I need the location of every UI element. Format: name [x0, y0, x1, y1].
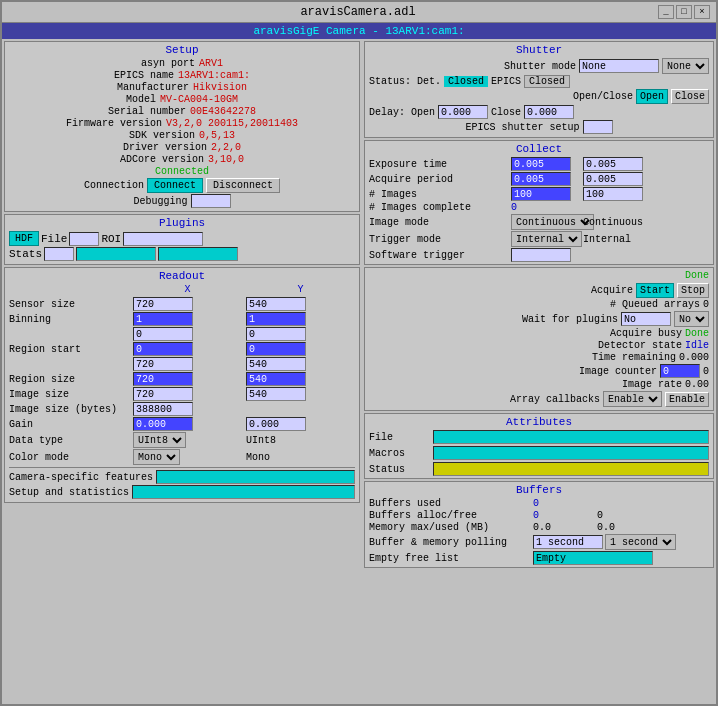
image-rate-val: 0.00	[685, 379, 709, 390]
acquire-period-input2[interactable]	[583, 172, 643, 186]
other1-input[interactable]: Other #1	[76, 247, 156, 261]
firmware-row: Firmware version V3,2,0 200115,20011403	[9, 118, 355, 129]
image-counter-row: Image counter 0	[369, 364, 709, 378]
image-size-x-input[interactable]	[133, 387, 193, 401]
window-title: aravisCamera.adl	[58, 5, 658, 19]
adcore-row: ADCore version 3,10,0	[9, 154, 355, 165]
region-start-y-input[interactable]	[246, 342, 306, 356]
other2-input[interactable]: Other #2	[158, 247, 238, 261]
hdf-button[interactable]: HDF	[9, 231, 39, 246]
attr-status-input[interactable]	[433, 462, 709, 476]
epics-shutter-row: EPICS shutter setup	[369, 120, 709, 134]
shutter-status-det-label: Status: Det.	[369, 76, 441, 87]
shutter-mode-input[interactable]	[579, 59, 659, 73]
gain-x-input[interactable]	[133, 417, 193, 431]
binning-x-input[interactable]	[133, 312, 193, 326]
serial-row: Serial number 00E43642278	[9, 106, 355, 117]
wait-plugins-row: Wait for plugins No	[369, 311, 709, 327]
array-callbacks-select[interactable]: Enable	[603, 391, 662, 407]
image-bytes-input[interactable]	[133, 402, 193, 416]
binning-label: Binning	[9, 314, 129, 325]
polling-input[interactable]	[533, 535, 603, 549]
data-type-value: UInt8	[246, 435, 355, 446]
plugins-row2: Stats Other #1 Other #2	[9, 247, 355, 261]
binning-y-input[interactable]	[246, 312, 306, 326]
setup-stats-input[interactable]	[132, 485, 355, 499]
wait-plugins-select[interactable]: No	[674, 311, 709, 327]
collect-section: Collect Exposure time Acquire period # I…	[364, 140, 714, 265]
stop-button[interactable]: Stop	[677, 283, 709, 298]
region-size-y-input[interactable]	[246, 372, 306, 386]
stats-input[interactable]	[44, 247, 74, 261]
buffers-alloc-val1: 0	[533, 510, 593, 521]
attr-file-label: File	[369, 432, 429, 443]
attr-grid: File Macros Status	[369, 430, 709, 476]
data-type-select[interactable]: UInt8	[133, 432, 186, 448]
trigger-mode-select[interactable]: Internal	[511, 231, 582, 247]
attr-macros-input[interactable]	[433, 446, 709, 460]
polling-select[interactable]: 1 second	[605, 534, 676, 550]
roi-input[interactable]	[123, 232, 203, 246]
disconnect-button[interactable]: Disconnect	[206, 178, 280, 193]
setup-title: Setup	[9, 44, 355, 56]
sdk-value: 0,5,13	[199, 130, 235, 141]
region-size-x-input[interactable]	[133, 372, 193, 386]
sensor-x-input[interactable]	[133, 297, 193, 311]
serial-value: 00E43642278	[190, 106, 256, 117]
close-button[interactable]: Close	[671, 89, 709, 104]
left-panel: Setup asyn port ARV1 EPICS name 13ARV1:c…	[2, 39, 362, 704]
delay-open-input[interactable]	[438, 105, 488, 119]
image-counter-input[interactable]	[660, 364, 700, 378]
model-value: MV-CA004-10GM	[160, 94, 238, 105]
software-trigger-input[interactable]	[511, 248, 571, 262]
acquire-period-input1[interactable]	[511, 172, 571, 186]
debugging-input[interactable]	[191, 194, 231, 208]
firmware-label: Firmware version	[66, 118, 162, 129]
wait-plugins-input[interactable]	[621, 312, 671, 326]
region-start-x2-input[interactable]	[133, 357, 193, 371]
exposure-input1[interactable]	[511, 157, 571, 171]
minimize-button[interactable]: _	[658, 5, 674, 19]
empty-list-input[interactable]	[533, 551, 653, 565]
binning-x2-input[interactable]	[133, 327, 193, 341]
image-counter-label: Image counter	[369, 366, 657, 377]
memory-val1: 0.0	[533, 522, 593, 533]
close-button[interactable]: ×	[694, 5, 710, 19]
buffers-alloc-val2: 0	[597, 510, 657, 521]
image-size-y-input[interactable]	[246, 387, 306, 401]
binning-y2-input[interactable]	[246, 327, 306, 341]
sensor-y-input[interactable]	[246, 297, 306, 311]
camera-features-label: Camera-specific features	[9, 472, 153, 483]
file-input[interactable]	[69, 232, 99, 246]
buffers-used-val: 0	[533, 498, 593, 509]
exposure-input2[interactable]	[583, 157, 643, 171]
start-button[interactable]: Start	[636, 283, 674, 298]
camera-features-row: Camera-specific features	[9, 470, 355, 484]
enable-button[interactable]: Enable	[665, 392, 709, 407]
done-section: Done Acquire Start Stop # Queued arrays …	[364, 267, 714, 411]
images-input2[interactable]	[583, 187, 643, 201]
attr-file-input[interactable]	[433, 430, 709, 444]
connect-button[interactable]: Connect	[147, 178, 203, 193]
acquire-label: Acquire	[369, 285, 633, 296]
trigger-mode-val2: Internal	[583, 234, 653, 245]
region-start-x-input[interactable]	[133, 342, 193, 356]
region-start-y2-input[interactable]	[246, 357, 306, 371]
maximize-button[interactable]: □	[676, 5, 692, 19]
epics-setup-input[interactable]	[583, 120, 613, 134]
camera-features-input[interactable]	[156, 470, 355, 484]
color-mode-select[interactable]: Mono	[133, 449, 180, 465]
gain-y-input[interactable]	[246, 417, 306, 431]
shutter-mode-select[interactable]: None	[662, 58, 709, 74]
open-button[interactable]: Open	[636, 89, 668, 104]
acquire-row: Acquire Start Stop	[369, 283, 709, 298]
images-input1[interactable]	[511, 187, 571, 201]
detector-state-label: Detector state	[369, 340, 682, 351]
region-size-label: Region size	[9, 374, 129, 385]
gain-label: Gain	[9, 419, 129, 430]
image-mode-select[interactable]: Continuous	[511, 214, 594, 230]
title-bar: aravisCamera.adl _ □ ×	[2, 2, 716, 23]
delay-close-input[interactable]	[524, 105, 574, 119]
right-panel: Shutter Shutter mode None Status: Det. C…	[362, 39, 716, 704]
connection-row: Connection Connect Disconnect	[9, 178, 355, 193]
